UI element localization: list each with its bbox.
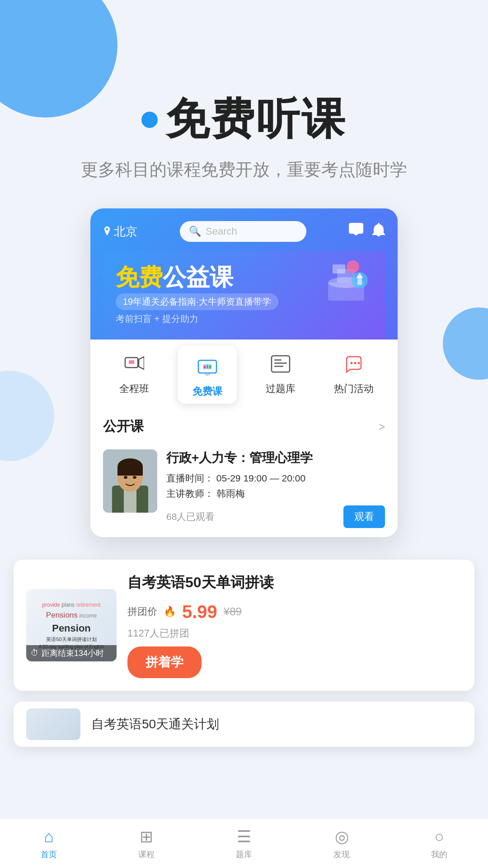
discover-icon: ◎: [335, 827, 349, 846]
clock-icon: ⏱: [31, 648, 39, 658]
course-time: 直播时间： 05-29 19:00 — 20:00: [166, 472, 385, 485]
price-label: 拼团价: [127, 605, 157, 618]
message-icon[interactable]: [349, 223, 363, 241]
location-text: 北京: [114, 224, 137, 240]
hero-subtitle: 更多科目的课程免费开放，重要考点随时学: [0, 158, 488, 181]
time-label: 直播时间：: [166, 473, 214, 483]
svg-rect-14: [206, 365, 208, 368]
app-nav-icons: 全程班 免费课: [90, 340, 398, 408]
teacher-label: 主讲教师：: [166, 488, 214, 499]
hero-dot: [141, 112, 158, 128]
search-placeholder: Search: [206, 226, 237, 237]
svg-point-22: [351, 362, 353, 364]
banner-illustration: [310, 255, 378, 305]
svg-rect-19: [274, 359, 282, 361]
nav-icon-2: [267, 350, 294, 377]
price-icon: 🔥: [164, 606, 176, 618]
group-count: 1127人已拼团: [127, 627, 462, 640]
svg-point-23: [354, 362, 357, 364]
product-title-0: 自考英语50天单词拼读: [127, 572, 462, 593]
bottom-nav: ⌂ 首页 ⊞ 课程 ☰ 题库 ◎ 发现 ○ 我的: [0, 818, 488, 868]
svg-point-3: [347, 260, 359, 273]
nav-icon-0: [121, 350, 148, 377]
app-banner: 免费 公益课 19年通关必备指南·大牛师资直播带学 考前扫盲 + 提分助力: [103, 251, 385, 340]
tab-discover-label: 发现: [333, 849, 350, 860]
course-card: 行政+人力专：管理心理学 直播时间： 05-29 19:00 — 20:00 主…: [90, 442, 398, 537]
price-row: 拼团价 🔥 5.99 ¥89: [127, 602, 462, 622]
course-info: 行政+人力专：管理心理学 直播时间： 05-29 19:00 — 20:00 主…: [166, 449, 385, 528]
bottom-spacer: [0, 758, 488, 816]
tab-discover[interactable]: ◎ 发现: [305, 827, 378, 860]
location-badge: 北京: [103, 224, 137, 240]
app-header: 北京 🔍 Search: [90, 208, 398, 340]
hero-section: 免费听课 更多科目的课程免费开放，重要考点随时学: [0, 0, 488, 181]
nav-item-0[interactable]: 全程班: [105, 350, 164, 408]
tab-courses-label: 课程: [138, 849, 155, 860]
tab-exam[interactable]: ☰ 题库: [208, 827, 280, 860]
svg-marker-9: [139, 357, 144, 369]
product-card-0: provide plans retirement Pensions income…: [14, 560, 474, 691]
location-icon: [103, 226, 111, 236]
nav-label-3: 热门活动: [334, 382, 374, 396]
tab-home-label: 首页: [41, 849, 57, 860]
nav-label-1: 免费课: [192, 385, 222, 398]
product-cards-area: provide plans retirement Pensions income…: [0, 560, 488, 747]
section-more-btn[interactable]: >: [379, 420, 385, 433]
bg-decoration-circle-left: [0, 371, 54, 461]
timer-badge: ⏱ 距离结束134小时: [26, 645, 117, 661]
tab-courses[interactable]: ⊞ 课程: [110, 827, 183, 860]
nav-label-0: 全程班: [119, 382, 149, 396]
banner-free-text: 免费: [116, 262, 163, 293]
search-icon: 🔍: [189, 226, 201, 237]
price-current: 5.99: [182, 602, 217, 622]
product-title-1: 自考英语50天通关计划: [91, 716, 219, 733]
watch-button[interactable]: 观看: [343, 505, 385, 528]
app-top-bar: 北京 🔍 Search: [103, 221, 385, 242]
nav-label-2: 过题库: [266, 382, 296, 396]
svg-rect-18: [272, 356, 290, 372]
product-image-1: [26, 708, 80, 740]
notification-icon[interactable]: [372, 223, 385, 241]
nav-icon-3: [340, 350, 367, 377]
banner-main-text: 公益课: [163, 262, 233, 293]
courses-icon: ⊞: [140, 827, 153, 846]
svg-rect-21: [274, 366, 283, 367]
tab-home[interactable]: ⌂ 首页: [13, 827, 85, 860]
tab-profile[interactable]: ○ 我的: [403, 827, 475, 860]
bg-decoration-circle-right: [443, 307, 488, 380]
svg-rect-17: [206, 375, 208, 376]
timer-text: 距离结束134小时: [42, 648, 104, 659]
product-image-0: provide plans retirement Pensions income…: [26, 589, 117, 661]
nav-icon-1: [194, 353, 221, 380]
time-value: 05-29 19:00 — 20:00: [216, 473, 305, 483]
course-bottom: 68人已观看 观看: [166, 505, 385, 528]
nav-item-1[interactable]: 免费课: [178, 346, 237, 404]
viewer-count: 68人已观看: [166, 510, 215, 523]
svg-rect-16: [205, 374, 210, 375]
nav-item-2[interactable]: 过题库: [251, 350, 310, 408]
svg-point-31: [124, 476, 127, 479]
profile-icon: ○: [434, 827, 444, 846]
svg-rect-15: [209, 365, 211, 368]
price-original: ¥89: [224, 605, 242, 618]
course-teacher: 主讲教师： 韩雨梅: [166, 487, 385, 500]
teacher-name: 韩雨梅: [216, 488, 245, 499]
header-icons: [349, 223, 385, 241]
join-btn[interactable]: 拼着学: [127, 646, 202, 678]
svg-point-24: [358, 362, 360, 364]
phone-card: 北京 🔍 Search: [90, 208, 398, 537]
tab-profile-label: 我的: [431, 849, 447, 860]
hero-title: 免费听课: [166, 90, 347, 149]
section-header-open-course: 公开课 >: [90, 408, 398, 442]
banner-badge: 19年通关必备指南·大牛师资直播带学: [116, 293, 278, 310]
svg-point-32: [133, 476, 136, 479]
section-title: 公开课: [103, 417, 144, 436]
search-bar[interactable]: 🔍 Search: [180, 221, 306, 242]
hero-title-row: 免费听课: [0, 90, 488, 149]
nav-item-3[interactable]: 热门活动: [324, 350, 383, 408]
teacher-photo: [103, 449, 157, 513]
course-title: 行政+人力专：管理心理学: [166, 449, 385, 467]
svg-rect-10: [129, 360, 134, 364]
home-icon: ⌂: [44, 827, 54, 846]
banner-sub: 考前扫盲 + 提分助力: [116, 313, 372, 325]
